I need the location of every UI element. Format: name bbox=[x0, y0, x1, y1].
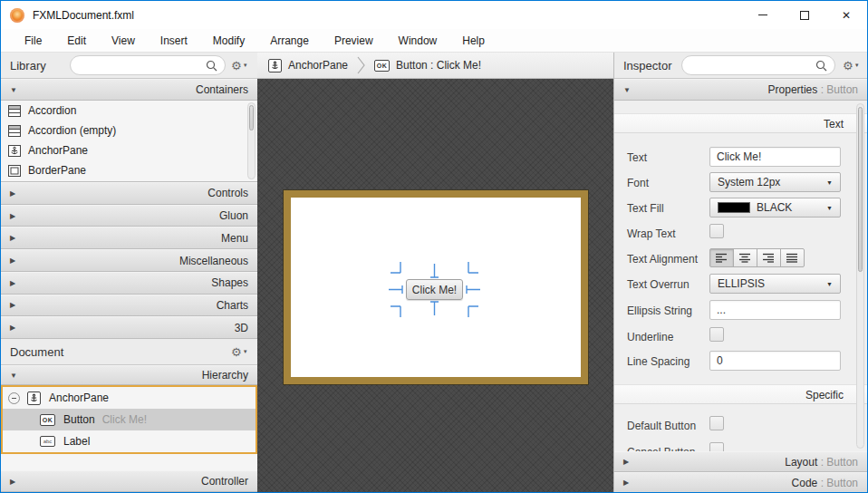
collapse-minus-icon[interactable] bbox=[8, 392, 20, 404]
breadcrumb: AnchorPane OK Button : Click Me! bbox=[257, 53, 613, 79]
menu-window[interactable]: Window bbox=[386, 29, 450, 53]
library-search-input[interactable] bbox=[68, 57, 206, 73]
section-code[interactable]: ▶ Code : Button bbox=[614, 472, 867, 492]
maximize-button[interactable] bbox=[784, 1, 825, 29]
text-overrun-label: Text Overrun bbox=[627, 278, 690, 291]
inspector-scrollbar-thumb[interactable] bbox=[858, 107, 863, 272]
button-ok-icon: OK bbox=[374, 60, 390, 72]
tree-item-button[interactable]: OK Button Click Me! bbox=[3, 409, 256, 430]
library-list: Accordion Accordion (empty) AnchorPane B… bbox=[1, 101, 257, 182]
triangle-collapsed-icon: ▶ bbox=[10, 212, 15, 220]
design-canvas[interactable]: Click Me! bbox=[257, 79, 613, 492]
section-hierarchy-label: Hierarchy bbox=[202, 369, 248, 382]
inspector-scrollbar[interactable] bbox=[856, 103, 864, 449]
text-label: Text bbox=[627, 151, 647, 164]
library-item-borderpane[interactable]: BorderPane bbox=[1, 160, 257, 180]
menu-file[interactable]: File bbox=[12, 29, 54, 53]
section-gluon[interactable]: ▶Gluon bbox=[1, 205, 257, 227]
section-code-label: Code : Button bbox=[792, 477, 858, 489]
borderpane-icon bbox=[8, 165, 21, 177]
triangle-collapsed-icon: ▶ bbox=[10, 256, 15, 265]
tree-item-anchorpane[interactable]: AnchorPane bbox=[3, 387, 256, 409]
menu-modify[interactable]: Modify bbox=[200, 29, 257, 53]
cancel-button-checkbox[interactable] bbox=[709, 442, 724, 451]
section-controller[interactable]: ▶ Controller bbox=[1, 470, 257, 492]
group-text-label: Text bbox=[824, 118, 844, 130]
section-3d[interactable]: ▶3D bbox=[1, 316, 257, 339]
library-search[interactable] bbox=[70, 55, 226, 75]
menu-view[interactable]: View bbox=[99, 29, 148, 53]
minimize-button[interactable] bbox=[742, 1, 784, 29]
maximize-icon bbox=[800, 11, 809, 20]
inspector-menu-button[interactable]: ⚙ ▼ bbox=[843, 60, 860, 72]
tree-item-value: Click Me! bbox=[102, 413, 147, 426]
library-item-anchorpane[interactable]: AnchorPane bbox=[1, 140, 257, 160]
menu-edit[interactable]: Edit bbox=[54, 29, 99, 53]
section-charts[interactable]: ▶Charts bbox=[1, 295, 257, 317]
library-scrollbar[interactable] bbox=[247, 102, 256, 179]
anchorpane-root[interactable]: Click Me! bbox=[284, 190, 588, 384]
align-justify-icon bbox=[786, 253, 798, 263]
tree-item-label-node[interactable]: abc Label bbox=[3, 430, 256, 452]
section-properties[interactable]: ▼ Properties : Button bbox=[614, 79, 867, 101]
triangle-collapsed-icon: ▶ bbox=[10, 234, 15, 242]
align-justify-button[interactable] bbox=[780, 248, 805, 267]
minimize-icon bbox=[758, 14, 767, 15]
section-miscellaneous[interactable]: ▶Miscellaneous bbox=[1, 249, 257, 272]
section-properties-label: Properties : Button bbox=[768, 83, 858, 96]
menu-insert[interactable]: Insert bbox=[148, 29, 200, 53]
triangle-expanded-icon: ▼ bbox=[623, 86, 631, 94]
align-center-button[interactable] bbox=[733, 248, 757, 267]
chevron-down-icon: ▼ bbox=[826, 281, 833, 287]
text-overrun-value: ELLIPSIS bbox=[718, 277, 765, 290]
align-left-button[interactable] bbox=[709, 248, 734, 267]
inspector-search[interactable] bbox=[681, 55, 835, 75]
gear-icon: ⚙ bbox=[231, 346, 242, 358]
library-collapsed-sections: ▶Controls ▶Gluon ▶Menu ▶Miscellaneous ▶S… bbox=[1, 182, 257, 339]
breadcrumb-button[interactable]: OK Button : Click Me! bbox=[374, 59, 481, 72]
align-right-button[interactable] bbox=[757, 248, 781, 267]
menu-preview[interactable]: Preview bbox=[322, 29, 386, 53]
wrap-text-checkbox[interactable] bbox=[709, 224, 724, 238]
accordion-icon bbox=[8, 105, 21, 117]
triangle-collapsed-icon: ▶ bbox=[623, 478, 629, 487]
library-scrollbar-thumb[interactable] bbox=[249, 105, 254, 130]
close-button[interactable]: ✕ bbox=[825, 1, 867, 29]
font-dropdown[interactable]: System 12px ▼ bbox=[709, 172, 841, 192]
gear-icon: ⚙ bbox=[843, 60, 854, 72]
hierarchy-tree: AnchorPane OK Button Click Me! abc Label bbox=[1, 385, 257, 454]
section-layout-label: Layout : Button bbox=[785, 456, 858, 469]
group-specific-label: Specific bbox=[805, 389, 844, 401]
section-label: 3D bbox=[235, 322, 248, 334]
canvas-click-me-button[interactable]: Click Me! bbox=[406, 279, 463, 300]
chevron-down-icon: ▼ bbox=[826, 205, 833, 211]
section-containers[interactable]: ▼ Containers bbox=[1, 79, 257, 101]
ellipsis-string-input[interactable] bbox=[709, 300, 841, 320]
section-controls[interactable]: ▶Controls bbox=[1, 182, 257, 205]
close-icon: ✕ bbox=[842, 9, 851, 22]
library-item-label: Accordion (empty) bbox=[28, 124, 116, 137]
section-label: Charts bbox=[217, 299, 248, 312]
section-shapes[interactable]: ▶Shapes bbox=[1, 272, 257, 295]
text-fill-dropdown[interactable]: BLACK ▼ bbox=[709, 198, 841, 218]
menu-arrange[interactable]: Arrange bbox=[257, 29, 322, 53]
section-menu[interactable]: ▶Menu bbox=[1, 227, 257, 249]
library-menu-button[interactable]: ⚙ ▼ bbox=[231, 60, 248, 72]
document-menu-button[interactable]: ⚙ ▼ bbox=[231, 346, 248, 358]
underline-checkbox[interactable] bbox=[709, 327, 724, 342]
triangle-collapsed-icon: ▶ bbox=[10, 324, 15, 332]
section-label: Shapes bbox=[211, 276, 248, 289]
library-item-accordion[interactable]: Accordion bbox=[1, 101, 257, 121]
breadcrumb-anchorpane[interactable]: AnchorPane bbox=[268, 59, 348, 72]
inspector-search-input[interactable] bbox=[678, 57, 815, 73]
text-overrun-dropdown[interactable]: ELLIPSIS ▼ bbox=[709, 274, 841, 294]
menu-help[interactable]: Help bbox=[449, 29, 497, 53]
section-layout[interactable]: ▶ Layout : Button bbox=[614, 451, 867, 472]
section-hierarchy[interactable]: ▼ Hierarchy bbox=[1, 365, 257, 385]
text-input[interactable] bbox=[709, 147, 841, 167]
tree-item-label: Button bbox=[63, 413, 95, 426]
library-item-accordion-empty[interactable]: Accordion (empty) bbox=[1, 121, 257, 140]
section-controller-label: Controller bbox=[201, 475, 248, 488]
default-button-checkbox[interactable] bbox=[709, 416, 724, 430]
line-spacing-input[interactable] bbox=[709, 351, 841, 371]
